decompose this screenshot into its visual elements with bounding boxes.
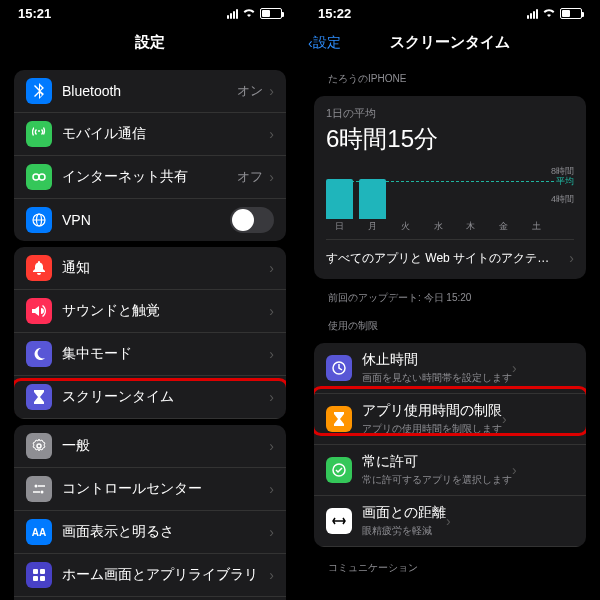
chevron-right-icon: › (269, 389, 274, 405)
row-label: VPN (62, 212, 230, 228)
header: 設定 (0, 25, 300, 64)
hourglass-icon (326, 406, 352, 432)
svg-rect-10 (33, 569, 38, 574)
bluetooth-icon (26, 78, 52, 104)
row-text: 休止時間 画面を見ない時間帯を設定します (362, 351, 512, 385)
chevron-right-icon: › (269, 567, 274, 583)
bell-icon (26, 255, 52, 281)
status-time: 15:21 (18, 6, 51, 21)
average-value: 6時間15分 (326, 123, 574, 155)
bar-mon (359, 179, 386, 219)
row-screen-distance[interactable]: 画面との距離 眼精疲労を軽減 › (314, 496, 586, 547)
row-value: オン (237, 82, 263, 100)
phone-screentime: 15:22 ‹ 設定 スクリーンタイム たろうのIPHONE 1日の平均 6時間… (300, 0, 600, 600)
grid-icon (26, 562, 52, 588)
svg-point-6 (35, 485, 38, 488)
display-icon: AA (26, 519, 52, 545)
sliders-icon (26, 476, 52, 502)
chevron-right-icon: › (269, 481, 274, 497)
chevron-right-icon: › (446, 513, 451, 529)
row-label: 画面との距離 (362, 504, 446, 522)
row-screentime[interactable]: スクリーンタイム › (14, 376, 286, 419)
row-subtitle: 眼精疲労を軽減 (362, 524, 446, 538)
row-control-center[interactable]: コントロールセンター › (14, 468, 286, 511)
row-label: コントロールセンター (62, 480, 269, 498)
activity-link[interactable]: すべてのアプリと Web サイトのアクテ… › (326, 239, 574, 269)
status-bar: 15:22 (300, 0, 600, 25)
row-label: 常に許可 (362, 453, 512, 471)
row-display[interactable]: AA 画面表示と明るさ › (14, 511, 286, 554)
clock-icon (326, 355, 352, 381)
chevron-right-icon: › (269, 524, 274, 540)
average-tag: 平均 (556, 175, 574, 188)
vpn-toggle[interactable] (230, 207, 274, 233)
chevron-right-icon: › (502, 411, 507, 427)
phone-settings: 15:21 設定 Bluetooth オン › モバイル通信 › (0, 0, 300, 600)
row-text: 画面との距離 眼精疲労を軽減 (362, 504, 446, 538)
distance-icon (326, 508, 352, 534)
row-subtitle: アプリの使用時間を制限します (362, 422, 502, 436)
wifi-icon (542, 6, 556, 21)
battery-icon (260, 8, 282, 19)
row-bluetooth[interactable]: Bluetooth オン › (14, 70, 286, 113)
status-time: 15:22 (318, 6, 351, 21)
row-label: ホーム画面とアプリライブラリ (62, 566, 269, 584)
row-label: モバイル通信 (62, 125, 269, 143)
status-right (527, 6, 582, 21)
page-title: 設定 (135, 33, 165, 52)
antenna-icon (26, 121, 52, 147)
chevron-right-icon: › (269, 438, 274, 454)
row-vpn[interactable]: VPN (14, 199, 286, 241)
row-focus[interactable]: 集中モード › (14, 333, 286, 376)
row-label: アプリ使用時間の制限 (362, 402, 502, 420)
svg-point-1 (39, 174, 45, 180)
row-general[interactable]: 一般 › (14, 425, 286, 468)
svg-point-8 (41, 491, 44, 494)
row-text: 常に許可 常に許可するアプリを選択します (362, 453, 512, 487)
row-label: 通知 (62, 259, 269, 277)
usage-chart: 8時間 平均 4時間 日 月 火 水 木 金 土 (326, 163, 574, 233)
row-label: Bluetooth (62, 83, 237, 99)
page-title: スクリーンタイム (390, 33, 510, 52)
device-header: たろうのIPHONE (300, 64, 600, 90)
check-circle-icon (326, 457, 352, 483)
wifi-icon (242, 6, 256, 21)
row-home[interactable]: ホーム画面とアプリライブラリ › (14, 554, 286, 597)
gear-icon (26, 433, 52, 459)
chevron-right-icon: › (269, 169, 274, 185)
average-label: 1日の平均 (326, 106, 574, 121)
day-label: 水 (425, 220, 452, 233)
row-subtitle: 常に許可するアプリを選択します (362, 473, 512, 487)
row-notifications[interactable]: 通知 › (14, 247, 286, 290)
row-downtime[interactable]: 休止時間 画面を見ない時間帯を設定します › (314, 343, 586, 394)
row-text: アプリ使用時間の制限 アプリの使用時間を制限します (362, 402, 502, 436)
y-label-4: 4時間 (551, 193, 574, 206)
row-label: インターネット共有 (62, 168, 237, 186)
day-label: 月 (359, 220, 386, 233)
usage-card[interactable]: 1日の平均 6時間15分 8時間 平均 4時間 日 月 火 水 木 (314, 96, 586, 279)
battery-icon (560, 8, 582, 19)
row-hotspot[interactable]: インターネット共有 オフ › (14, 156, 286, 199)
row-label: 集中モード (62, 345, 269, 363)
communication-header: コミュニケーション (300, 553, 600, 579)
limits-header: 使用の制限 (300, 311, 600, 337)
back-button[interactable]: ‹ 設定 (308, 34, 341, 52)
day-label: 木 (457, 220, 484, 233)
row-applimit[interactable]: アプリ使用時間の制限 アプリの使用時間を制限します › (314, 394, 586, 445)
row-cellular[interactable]: モバイル通信 › (14, 113, 286, 156)
chevron-right-icon: › (569, 250, 574, 266)
header: ‹ 設定 スクリーンタイム (300, 25, 600, 64)
limits-group: 休止時間 画面を見ない時間帯を設定します › アプリ使用時間の制限 アプリの使用… (314, 343, 586, 547)
chart-bars (326, 177, 550, 219)
hourglass-icon (26, 384, 52, 410)
svg-rect-11 (40, 569, 45, 574)
chevron-right-icon: › (512, 360, 517, 376)
svg-point-5 (37, 444, 41, 448)
day-label: 金 (490, 220, 517, 233)
status-bar: 15:21 (0, 0, 300, 25)
chevron-right-icon: › (269, 126, 274, 142)
chevron-right-icon: › (269, 83, 274, 99)
row-sounds[interactable]: サウンドと触覚 › (14, 290, 286, 333)
chevron-right-icon: › (512, 462, 517, 478)
row-always-allowed[interactable]: 常に許可 常に許可するアプリを選択します › (314, 445, 586, 496)
